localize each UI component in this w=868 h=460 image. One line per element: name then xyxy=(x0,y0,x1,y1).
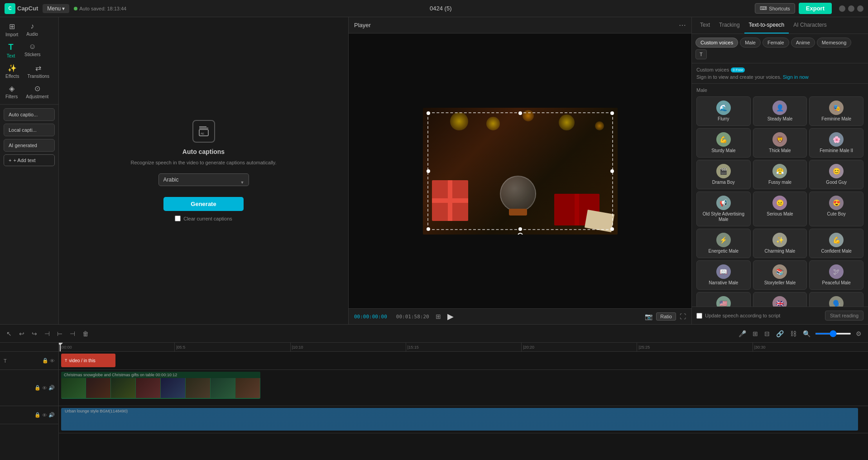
text-clip[interactable]: T video / in this xyxy=(61,354,115,367)
tl-redo-button[interactable]: ↪ xyxy=(30,328,39,339)
tool-text[interactable]: T Text xyxy=(2,40,20,61)
add-text-button[interactable]: + + Add text xyxy=(4,154,55,166)
tl-split-button[interactable]: ⊣ xyxy=(43,328,52,339)
filter-male[interactable]: Male xyxy=(740,38,761,48)
tl-unlink-button[interactable]: ⛓ xyxy=(788,328,798,339)
voice-card-good-guy[interactable]: 😊Good Guy xyxy=(809,160,863,189)
tl-undo-button[interactable]: ↩ xyxy=(17,328,26,339)
tl-mic-button[interactable]: 🎤 xyxy=(737,328,748,339)
voice-card-feminine-male[interactable]: 🎭Feminine Male xyxy=(809,96,863,126)
voice-card-feminine-male-2[interactable]: 🌸Feminine Male II xyxy=(809,128,863,158)
voice-card-drama-boy[interactable]: 🎬Drama Boy xyxy=(696,160,751,189)
voice-card-storyteller-male[interactable]: 📚Storyteller Male xyxy=(753,260,807,290)
ratio-button[interactable]: Ratio xyxy=(656,312,676,321)
handle-middle-left[interactable] xyxy=(427,169,430,173)
voice-card-peaceful-male[interactable]: 🕊Peaceful Male xyxy=(809,260,863,290)
tool-audio[interactable]: ♪ Audio xyxy=(23,20,42,39)
play-button[interactable]: ▶ xyxy=(447,311,454,321)
tl-snap2-button[interactable]: ⊟ xyxy=(762,328,772,339)
tl-zoom-out-button[interactable]: 🔍 xyxy=(801,328,812,339)
tl-snap-button[interactable]: ⊞ xyxy=(751,328,760,339)
voice-card-confident-male[interactable]: 💪Confident Male xyxy=(809,229,863,258)
audio-mute-button[interactable]: 🔊 xyxy=(48,412,55,418)
filter-anime[interactable]: Anime xyxy=(791,38,815,48)
rotate-handle[interactable] xyxy=(518,233,523,235)
tl-zoom-slider[interactable] xyxy=(815,333,851,335)
tl-pointer-button[interactable]: ↖ xyxy=(5,328,14,339)
screenshot-button[interactable]: 📷 xyxy=(645,313,652,320)
tool-effects[interactable]: ✨ Effects xyxy=(2,62,23,81)
voice-name-narrative-male: Narrative Male xyxy=(709,280,738,286)
close-button[interactable] xyxy=(857,5,863,12)
handle-middle-right[interactable] xyxy=(610,169,614,173)
ai-generated-button[interactable]: AI generated xyxy=(4,139,55,152)
top-bar: C CapCut Menu ▾ Auto saved: 18:13:44 042… xyxy=(0,0,868,17)
voice-card-american-male[interactable]: 🇺🇸American Male xyxy=(696,292,751,307)
menu-button[interactable]: Menu ▾ xyxy=(43,4,69,13)
handle-bottom-left[interactable] xyxy=(427,227,430,231)
tl-delete-button[interactable]: 🗑 xyxy=(81,328,91,339)
audio-eye-button[interactable]: 👁 xyxy=(42,412,47,418)
voice-card-fussy-male[interactable]: 😤Fussy male xyxy=(753,160,807,189)
tab-tts[interactable]: Text-to-speech xyxy=(744,17,789,34)
playhead[interactable] xyxy=(60,343,61,351)
video-eye-button[interactable]: 👁 xyxy=(42,385,47,391)
tool-filters[interactable]: ◈ Filters xyxy=(2,82,21,101)
video-lock-button[interactable]: 🔒 xyxy=(34,385,41,391)
video-clip[interactable]: Christmas snowglobe and Christmas gifts … xyxy=(61,372,260,399)
voice-card-flurry[interactable]: 🌊Flurry xyxy=(696,96,751,126)
export-button[interactable]: Export xyxy=(799,3,832,14)
voice-card-british-male[interactable]: 🇬🇧British Male xyxy=(753,292,807,307)
voice-card-sturdy-male[interactable]: 💪Sturdy Male xyxy=(696,128,751,158)
clear-captions-checkbox[interactable] xyxy=(175,216,181,221)
fullscreen-button[interactable]: ⛶ xyxy=(680,313,686,320)
filter-memesong[interactable]: Memesong xyxy=(817,38,851,48)
sign-in-link[interactable]: Sign in now xyxy=(783,74,809,80)
tab-ai-characters[interactable]: AI Characters xyxy=(789,17,831,34)
audio-lock-button[interactable]: 🔒 xyxy=(34,412,41,418)
update-script-checkbox[interactable] xyxy=(696,313,702,319)
tl-align2-button[interactable]: ⊣ xyxy=(68,328,77,339)
voice-card-serious-male[interactable]: 😐Serious Male xyxy=(753,192,807,226)
filter-female[interactable]: Female xyxy=(762,38,789,48)
tl-link-button[interactable]: 🔗 xyxy=(774,328,786,339)
clear-captions-label[interactable]: Clear current captions xyxy=(175,216,232,221)
tool-transitions[interactable]: ⇄ Transitions xyxy=(24,62,53,81)
filter-custom[interactable]: Custom voices xyxy=(695,38,738,48)
auto-captions-button[interactable]: Auto captio... xyxy=(4,108,55,121)
handle-top-right[interactable] xyxy=(610,111,614,115)
voice-card-energetic-male[interactable]: ⚡Energetic Male xyxy=(696,229,751,258)
frames-icon[interactable]: ⊞ xyxy=(436,313,441,320)
minimize-button[interactable] xyxy=(839,5,845,12)
generate-button[interactable]: Generate xyxy=(163,197,243,211)
tab-text[interactable]: Text xyxy=(695,17,715,34)
local-captions-button[interactable]: Local capti... xyxy=(4,124,55,136)
player-menu-icon[interactable]: ⋯ xyxy=(679,21,686,29)
voice-card-old-style[interactable]: 📢Old Style Advertising Male xyxy=(696,192,751,226)
text-lock-button[interactable]: 🔒 xyxy=(42,358,48,364)
handle-top-left[interactable] xyxy=(427,111,430,115)
maximize-button[interactable] xyxy=(848,5,854,12)
video-audio-button[interactable]: 🔊 xyxy=(48,385,55,391)
voice-card-narrative-male[interactable]: 📖Narrative Male xyxy=(696,260,751,290)
voice-card-normal-male[interactable]: 🗣️Normal Male xyxy=(809,292,863,307)
audio-clip[interactable]: Urban lounge style BGM(1148490) xyxy=(61,408,858,431)
voice-card-steady-male[interactable]: 👤Steady Male xyxy=(753,96,807,126)
handle-top-center[interactable] xyxy=(518,111,522,115)
tl-align-button[interactable]: ⊢ xyxy=(55,328,64,339)
tl-settings-button[interactable]: ⚙ xyxy=(854,328,863,339)
tab-tracking[interactable]: Tracking xyxy=(715,17,744,34)
handle-bottom-center[interactable] xyxy=(518,227,522,231)
tool-adjustment[interactable]: ⊙ Adjustment xyxy=(22,82,52,101)
filter-more-icon[interactable]: T xyxy=(695,49,707,59)
voice-card-thick-male[interactable]: 🦁Thick Male xyxy=(753,128,807,158)
shortcuts-button[interactable]: ⌨ Shortcuts xyxy=(755,3,795,14)
voice-card-cute-boy[interactable]: 😍Cute Boy xyxy=(809,192,863,226)
text-eye-button[interactable]: 👁 xyxy=(50,358,55,364)
tool-import[interactable]: ⊞ Import xyxy=(2,20,22,39)
tool-stickers[interactable]: ☺ Stickers xyxy=(21,40,44,61)
start-reading-button[interactable]: Start reading xyxy=(825,311,863,321)
voice-card-charming-male[interactable]: ✨Charming Male xyxy=(753,229,807,258)
language-select[interactable]: Arabic English Chinese xyxy=(158,173,249,186)
time-current: 00:00:00:00 xyxy=(354,314,387,320)
